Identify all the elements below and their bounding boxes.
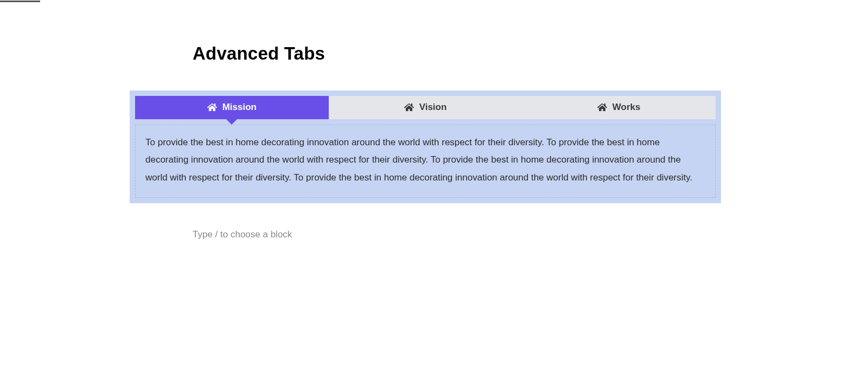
tab-content-text: To provide the best in home decorating i… — [145, 137, 692, 183]
tabs-header: Mission Vision Works — [130, 90, 721, 119]
block-placeholder[interactable]: Type / to choose a block — [193, 229, 292, 240]
home-icon — [597, 102, 607, 112]
tabs-container: Mission Vision Works To provide the best… — [130, 90, 721, 203]
tab-label: Works — [612, 102, 641, 113]
tab-works[interactable]: Works — [522, 96, 716, 119]
page-title: Advanced Tabs — [193, 43, 325, 64]
tab-content[interactable]: To provide the best in home decorating i… — [135, 125, 716, 198]
tab-vision[interactable]: Vision — [329, 96, 522, 119]
tab-mission[interactable]: Mission — [135, 96, 329, 119]
home-icon — [404, 102, 414, 112]
home-icon — [207, 102, 217, 112]
tab-label: Vision — [419, 102, 447, 113]
tab-label: Mission — [222, 102, 257, 113]
top-decor-line — [0, 1, 40, 2]
